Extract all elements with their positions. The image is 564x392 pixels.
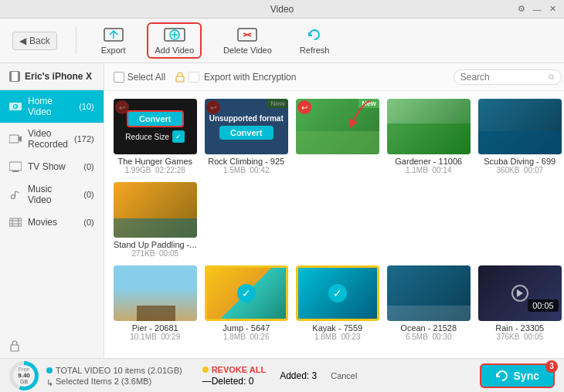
- video-item-gardener[interactable]: Gardener - 11006 1.1MB 00:14: [387, 99, 471, 174]
- back-button[interactable]: ◀ Back: [12, 32, 57, 50]
- video-name-ocean: Ocean - 21528: [400, 323, 457, 333]
- sidebar-item-music-video[interactable]: Music Video (0): [0, 178, 104, 211]
- deleted-arrow: —: [202, 376, 209, 387]
- storage-free-label: Free: [19, 367, 29, 372]
- delete-video-button[interactable]: Delete Video: [217, 23, 278, 58]
- movies-count: (0): [83, 218, 93, 227]
- status-bar: Free 9.40 GB TOTAL VIDEO 10 items (2.01G…: [0, 358, 564, 392]
- video-item-3[interactable]: ↩ New: [296, 99, 379, 174]
- sync-icon: [495, 370, 509, 382]
- duration-badge: 00:05: [528, 299, 559, 312]
- export-encrypt-button[interactable]: Export with Encryption: [175, 72, 296, 83]
- add-video-button[interactable]: Add Video: [147, 22, 202, 59]
- title-bar: Video ⚙ — ✕: [0, 0, 564, 19]
- video-meta-jump: 1.8MB 00:26: [223, 333, 269, 341]
- svg-point-18: [12, 195, 15, 199]
- close-button[interactable]: ✕: [547, 4, 558, 15]
- revoke-dot: [202, 367, 209, 373]
- storage-circle: Free 9.40 GB: [9, 361, 39, 390]
- video-name: The Hunger Games: [117, 157, 192, 166]
- svg-rect-15: [9, 162, 22, 171]
- thumb-overlay-2: Unsupported format Convert: [205, 99, 288, 154]
- video-item-rock-climbing[interactable]: ↩ New Unsupported format Convert Rock Cl…: [205, 99, 288, 174]
- video-item-paddling-visible[interactable]: Stand Up Paddling -... 271KB 00:05: [114, 182, 197, 258]
- svg-rect-27: [176, 76, 184, 82]
- video-meta-kayak: 1.8MB 00:23: [314, 333, 360, 341]
- app-container: ◀ Back Export Ad: [0, 19, 564, 392]
- revoke-row: REVOKE ALL: [202, 365, 267, 374]
- video-item-ocean[interactable]: Ocean - 21528 6.5MB 00:30: [387, 265, 471, 341]
- video-name-rain: Rain - 23305: [495, 323, 544, 333]
- sidebar-item-video-recorded[interactable]: Video Recorded (172): [0, 123, 104, 155]
- sync-badge: 3: [545, 360, 558, 373]
- total-video-row: TOTAL VIDEO 10 items (2.01GB): [46, 366, 182, 375]
- revoke-all-button[interactable]: REVOKE ALL: [212, 365, 267, 374]
- revoke-area: REVOKE ALL — Deleted: 0: [202, 365, 267, 387]
- video-meta-2: 1.5MB 00:42: [223, 166, 269, 174]
- storage-area: Free 9.40 GB: [9, 361, 39, 390]
- video-name-kayak: Kayak - 7559: [312, 323, 362, 333]
- refresh-label: Refresh: [300, 46, 330, 55]
- select-all-area[interactable]: Select All: [114, 72, 165, 83]
- video-item-hunger-games[interactable]: ↩ Convert Reduce Size ✓ The Hunger Games…: [114, 99, 197, 174]
- convert-button-2[interactable]: Convert: [219, 126, 274, 140]
- grid-area: ↩ Convert Reduce Size ✓ The Hunger Games…: [104, 91, 564, 358]
- total-video-value: 10 items (2.01GB): [113, 366, 182, 375]
- video-name-gardener: Gardener - 11006: [395, 157, 462, 166]
- delete-video-icon: [236, 26, 258, 43]
- window-title: Video: [270, 4, 294, 15]
- sidebar-locked-section: [0, 333, 104, 358]
- convert-button-1[interactable]: Convert: [127, 110, 184, 127]
- search-icon: [549, 73, 555, 82]
- minimize-button[interactable]: —: [532, 4, 542, 15]
- svg-marker-14: [19, 136, 22, 142]
- video-name-scuba: Scuba Diving - 699: [484, 157, 556, 166]
- search-box[interactable]: [454, 69, 562, 85]
- video-grid: ↩ Convert Reduce Size ✓ The Hunger Games…: [114, 99, 562, 174]
- export-icon: [103, 26, 124, 43]
- content-area: Eric's iPhone X Home Video (10) Video Re…: [0, 63, 564, 358]
- video-meta-paddling-v: 271KB 00:05: [131, 249, 178, 258]
- arrow-icon: ↳: [46, 378, 53, 384]
- new-badge-3: New: [358, 99, 379, 108]
- cancel-button[interactable]: Cancel: [331, 371, 357, 380]
- toolbar-separator: [76, 27, 76, 55]
- select-all-label: Select All: [127, 72, 165, 83]
- reduce-size-label: Reduce Size: [125, 133, 169, 141]
- window-controls: ⚙ — ✕: [516, 4, 558, 15]
- home-video-count: (10): [79, 102, 94, 111]
- video-recorded-count: (172): [74, 134, 94, 144]
- sidebar-item-tv-show[interactable]: TV Show (0): [0, 155, 104, 178]
- sidebar-item-movies[interactable]: Movies (0): [0, 211, 104, 234]
- check-icon: ✓: [172, 130, 185, 143]
- refresh-button[interactable]: Refresh: [294, 23, 336, 58]
- video-item-pier[interactable]: Pier - 20681 10.1MB 00:29: [114, 265, 197, 341]
- svg-line-29: [552, 78, 554, 79]
- action-bar: Select All Export with Encryption: [104, 63, 564, 91]
- toolbar: ◀ Back Export Ad: [0, 19, 564, 63]
- settings-button[interactable]: ⚙: [516, 4, 527, 15]
- total-video-label: TOTAL VIDEO: [56, 366, 110, 375]
- sync-button[interactable]: Sync 3: [480, 363, 555, 388]
- select-all-checkbox[interactable]: [114, 72, 124, 83]
- device-name: Eric's iPhone X: [0, 63, 104, 90]
- sidebar: Eric's iPhone X Home Video (10) Video Re…: [0, 63, 104, 358]
- video-meta-gardener: 1.1MB 00:14: [406, 166, 451, 174]
- movies-label: Movies: [28, 217, 57, 228]
- video-item-scuba[interactable]: Scuba Diving - 699 360KB 00:07: [478, 99, 562, 174]
- svg-line-20: [15, 191, 20, 193]
- refresh-icon: [304, 26, 325, 43]
- selected-label: Selected Items 2 (3.6MB): [56, 377, 151, 386]
- storage-unit: GB: [20, 379, 28, 384]
- video-name-paddling-v: Stand Up Paddling -...: [114, 240, 197, 249]
- video-item-kayak[interactable]: ✓ Kayak - 7559 1.8MB 00:23: [296, 265, 379, 341]
- video-name-pier: Pier - 20681: [132, 323, 178, 333]
- encrypt-checkbox[interactable]: [189, 72, 199, 83]
- sidebar-item-home-video[interactable]: Home Video (10): [0, 90, 104, 123]
- back-label: Back: [29, 35, 50, 46]
- tv-show-count: (0): [83, 162, 93, 171]
- search-input[interactable]: [460, 72, 545, 83]
- svg-point-28: [549, 74, 552, 78]
- export-button[interactable]: Export: [95, 23, 132, 58]
- video-item-jump[interactable]: ✓ Jump - 5647 1.8MB 00:26: [205, 265, 288, 341]
